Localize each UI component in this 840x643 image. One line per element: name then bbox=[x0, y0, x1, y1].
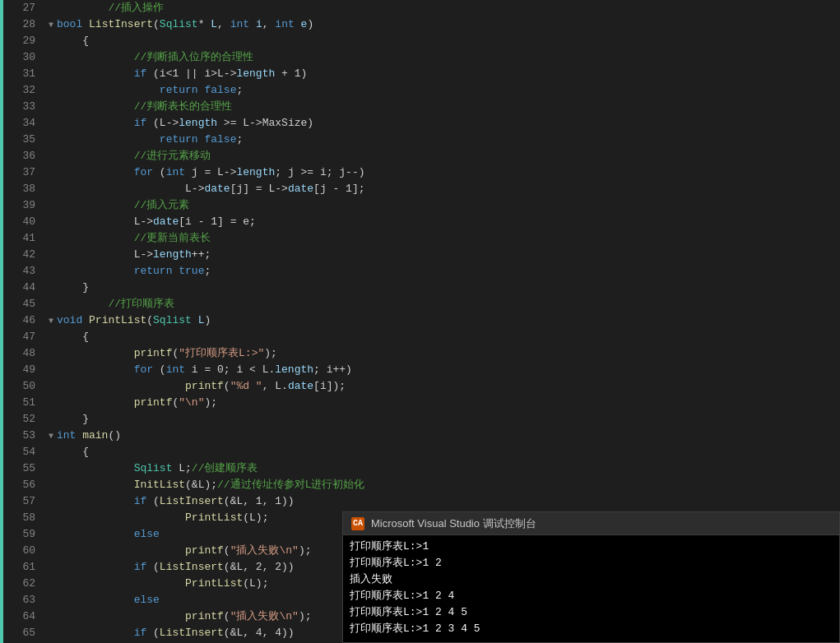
token-fn: printf bbox=[185, 544, 224, 557]
gutter-mark bbox=[49, 49, 53, 66]
table-row: return false; bbox=[57, 82, 840, 99]
token-param: length bbox=[179, 117, 217, 129]
gutter-mark bbox=[49, 559, 53, 576]
token-comment: //创建顺序表 bbox=[192, 462, 258, 474]
gutter-mark: ▼ bbox=[49, 312, 53, 329]
line-number: 33 bbox=[3, 99, 42, 115]
token-kw: if bbox=[134, 495, 147, 507]
token-kw: if bbox=[134, 561, 147, 573]
token-norm: * bbox=[198, 18, 211, 30]
table-row: InitList(&L);//通过传址传参对L进行初始化 bbox=[57, 477, 840, 493]
console-header: CA Microsoft Visual Studio 调试控制台 bbox=[343, 512, 839, 535]
console-output-line: 打印顺序表L:>1 2 bbox=[350, 555, 833, 571]
token-norm bbox=[295, 18, 301, 30]
collapse-button[interactable]: ▼ bbox=[49, 317, 53, 326]
gutter-mark bbox=[49, 181, 53, 197]
token-fn: InitList bbox=[134, 479, 185, 491]
editor-area: 2728293031323334353637383940414243444546… bbox=[0, 0, 840, 643]
table-row: for (int j = L->length; j >= i; j--) bbox=[57, 164, 840, 181]
table-row: //判断表长的合理性 bbox=[57, 99, 840, 115]
token-kw: if bbox=[134, 67, 147, 80]
gutter-mark bbox=[49, 82, 53, 99]
gutter-mark bbox=[49, 460, 53, 477]
line-number: 64 bbox=[3, 608, 42, 625]
line-number: 37 bbox=[3, 164, 42, 181]
table-row: Sqlist L;//创建顺序表 bbox=[57, 460, 840, 477]
table-row: //插入操作 bbox=[57, 0, 840, 16]
token-param: date bbox=[204, 183, 230, 195]
token-type: Sqlist bbox=[160, 18, 198, 30]
token-norm: L-> bbox=[134, 248, 153, 261]
line-number: 52 bbox=[3, 411, 42, 428]
line-numbers: 2728293031323334353637383940414243444546… bbox=[3, 0, 49, 643]
gutter-mark bbox=[49, 592, 53, 608]
gutter-mark bbox=[49, 543, 53, 559]
line-number: 35 bbox=[3, 132, 42, 148]
token-norm: , bbox=[262, 18, 276, 30]
table-row: { bbox=[57, 33, 840, 49]
token-norm: ); bbox=[299, 544, 312, 557]
token-param: date bbox=[288, 183, 313, 195]
token-norm: ); bbox=[204, 396, 217, 409]
collapse-button[interactable]: ▼ bbox=[49, 21, 53, 30]
token-fn: ListInsert bbox=[89, 18, 153, 30]
gutter-mark bbox=[49, 362, 53, 378]
table-row: for (int i = 0; i < L.length; i++) bbox=[57, 362, 840, 378]
gutter-mark bbox=[49, 526, 53, 543]
token-param: date bbox=[288, 380, 313, 392]
token-comment: //进行元素移动 bbox=[134, 150, 211, 162]
token-param: i bbox=[256, 18, 262, 30]
table-row: //打印顺序表 bbox=[57, 296, 840, 312]
token-norm: (L-> bbox=[146, 117, 179, 129]
token-norm: { bbox=[82, 35, 89, 47]
token-norm: ( bbox=[153, 363, 166, 376]
gutter-mark bbox=[49, 230, 53, 247]
token-norm: ) bbox=[307, 18, 313, 30]
token-norm: (&L); bbox=[185, 479, 217, 491]
collapse-button[interactable]: ▼ bbox=[49, 432, 53, 441]
gutter-mark bbox=[49, 0, 53, 16]
line-number: 29 bbox=[3, 33, 42, 49]
gutter-mark bbox=[49, 132, 53, 148]
token-comment: //插入操作 bbox=[108, 2, 164, 14]
line-number: 27 bbox=[3, 0, 42, 16]
gutter-mark bbox=[49, 378, 53, 395]
line-number: 49 bbox=[3, 362, 42, 378]
line-number: 46 bbox=[3, 312, 42, 329]
token-comment: //打印顺序表 bbox=[108, 298, 174, 310]
table-row: //进行元素移动 bbox=[57, 148, 840, 164]
token-param: L bbox=[211, 18, 217, 30]
gutter-mark bbox=[49, 296, 53, 312]
token-norm: (L); bbox=[243, 577, 268, 590]
token-comment: //更新当前表长 bbox=[134, 232, 211, 244]
token-string: "%d " bbox=[230, 380, 262, 392]
line-number: 51 bbox=[3, 395, 42, 411]
token-norm: ); bbox=[299, 610, 312, 622]
line-number: 43 bbox=[3, 263, 42, 280]
token-norm: ( bbox=[146, 627, 160, 639]
token-norm bbox=[249, 18, 256, 30]
token-kw: if bbox=[134, 627, 147, 639]
console-output-line: 打印顺序表L:>1 2 4 5 bbox=[350, 604, 833, 621]
token-kw: for bbox=[134, 166, 153, 178]
token-kw: for bbox=[134, 363, 153, 376]
token-string: "插入失败\n" bbox=[230, 610, 299, 622]
console-overlay: CA Microsoft Visual Studio 调试控制台 打印顺序表L:… bbox=[342, 511, 840, 643]
token-norm: (&L, 2, 2)) bbox=[224, 561, 295, 573]
token-comment: //判断插入位序的合理性 bbox=[134, 51, 254, 63]
token-norm bbox=[82, 18, 89, 30]
table-row: printf("%d ", L.date[i]); bbox=[57, 378, 840, 395]
line-number: 53 bbox=[3, 428, 42, 444]
table-row: //更新当前表长 bbox=[57, 230, 840, 247]
token-fn: ListInsert bbox=[160, 561, 224, 573]
token-comment: //通过传址传参对L进行初始化 bbox=[217, 479, 364, 491]
token-norm: { bbox=[82, 446, 89, 458]
token-kw: return bbox=[134, 265, 173, 277]
table-row: { bbox=[57, 329, 840, 345]
gutter-mark bbox=[49, 115, 53, 132]
line-number: 42 bbox=[3, 247, 42, 263]
token-param: length bbox=[275, 363, 313, 376]
token-norm: ( bbox=[146, 495, 160, 507]
line-number: 63 bbox=[3, 592, 42, 608]
gutter-mark bbox=[49, 214, 53, 230]
